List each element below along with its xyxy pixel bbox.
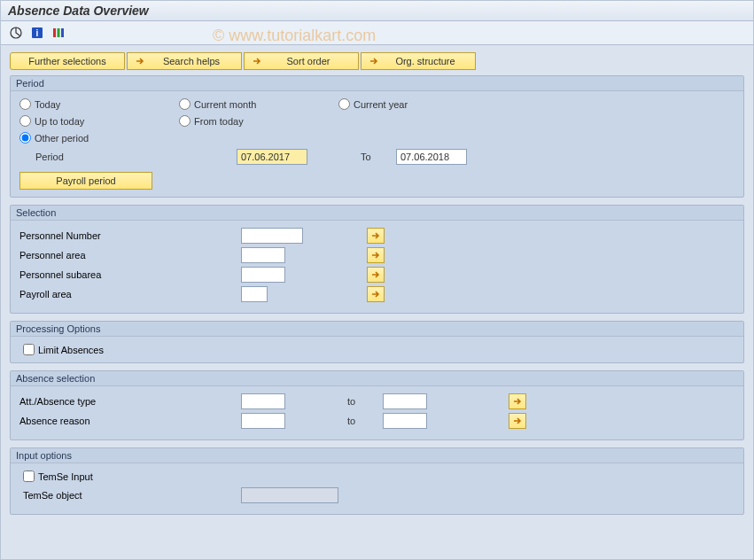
absence-selection-title: Absence selection bbox=[11, 371, 743, 386]
payroll-area-label: Payroll area bbox=[19, 289, 241, 299]
radio-current-month-label: Current month bbox=[194, 99, 256, 110]
temse-input-checkbox[interactable]: TemSe Input bbox=[19, 471, 735, 482]
radio-up-to-today-label: Up to today bbox=[35, 116, 84, 127]
content-area: Further selections Search helps Sort ord… bbox=[1, 45, 753, 559]
absence-reason-to-input[interactable] bbox=[383, 413, 427, 429]
payroll-area-input[interactable] bbox=[241, 286, 268, 302]
selection-group-title: Selection bbox=[11, 206, 743, 221]
svg-rect-5 bbox=[61, 28, 64, 37]
period-to-input[interactable] bbox=[396, 149, 467, 165]
radio-other-period-label: Other period bbox=[35, 133, 89, 144]
radio-current-month[interactable]: Current month bbox=[179, 98, 338, 110]
limit-absences-label: Limit Absences bbox=[38, 345, 104, 355]
absence-reason-label: Absence reason bbox=[19, 416, 241, 426]
personnel-area-label: Personnel area bbox=[19, 250, 241, 261]
period-group: Period Today Current month Current year … bbox=[10, 75, 744, 198]
radio-up-to-today[interactable]: Up to today bbox=[19, 115, 179, 127]
att-absence-type-to-input[interactable] bbox=[383, 393, 427, 409]
org-structure-button[interactable]: Org. structure bbox=[361, 52, 476, 70]
radio-current-year-label: Current year bbox=[354, 99, 408, 110]
temse-input-label: TemSe Input bbox=[38, 471, 93, 482]
input-options-group: Input options TemSe Input TemSe object bbox=[10, 447, 744, 515]
input-options-title: Input options bbox=[11, 448, 743, 463]
period-from-input[interactable] bbox=[237, 149, 307, 165]
radio-from-today-label: From today bbox=[194, 116, 244, 127]
arrow-right-icon bbox=[512, 397, 523, 406]
absence-reason-more-button[interactable] bbox=[509, 413, 526, 429]
svg-rect-3 bbox=[53, 28, 56, 37]
search-helps-label: Search helps bbox=[149, 56, 234, 66]
window-title: Absence Data Overview bbox=[1, 1, 753, 21]
arrow-right-icon bbox=[370, 270, 381, 279]
further-selections-button[interactable]: Further selections bbox=[10, 52, 125, 70]
execute-icon[interactable] bbox=[8, 25, 24, 41]
info-icon[interactable]: i bbox=[29, 25, 45, 41]
temse-object-label: TemSe object bbox=[19, 490, 241, 501]
toolbar: i bbox=[1, 21, 753, 45]
processing-options-group: Processing Options Limit Absences bbox=[10, 321, 744, 363]
personnel-area-more-button[interactable] bbox=[367, 247, 385, 263]
payroll-period-button[interactable]: Payroll period bbox=[19, 172, 152, 190]
personnel-number-label: Personnel Number bbox=[19, 230, 241, 241]
svg-rect-4 bbox=[58, 28, 60, 37]
radio-from-today[interactable]: From today bbox=[179, 115, 244, 127]
personnel-subarea-input[interactable] bbox=[241, 267, 285, 283]
att-absence-to-label: to bbox=[347, 396, 383, 407]
radio-today-label: Today bbox=[35, 99, 60, 110]
personnel-area-input[interactable] bbox=[241, 247, 285, 263]
absence-reason-from-input[interactable] bbox=[241, 413, 285, 429]
radio-other-period[interactable]: Other period bbox=[19, 132, 735, 144]
temse-object-input[interactable] bbox=[241, 487, 338, 503]
search-helps-button[interactable]: Search helps bbox=[127, 52, 242, 70]
selection-group: Selection Personnel Number Personnel are… bbox=[10, 205, 744, 314]
payroll-area-more-button[interactable] bbox=[367, 286, 385, 302]
personnel-subarea-label: Personnel subarea bbox=[19, 269, 241, 280]
att-absence-type-label: Att./Absence type bbox=[19, 396, 241, 407]
limit-absences-checkbox[interactable]: Limit Absences bbox=[19, 344, 735, 355]
personnel-number-more-button[interactable] bbox=[367, 228, 385, 244]
top-button-row: Further selections Search helps Sort ord… bbox=[10, 52, 744, 70]
absence-selection-group: Absence selection Att./Absence type to A… bbox=[10, 370, 744, 440]
att-absence-type-more-button[interactable] bbox=[509, 393, 526, 409]
arrow-right-icon bbox=[252, 56, 262, 66]
radio-current-year[interactable]: Current year bbox=[338, 98, 408, 110]
org-structure-label: Org. structure bbox=[383, 56, 468, 66]
arrow-right-icon bbox=[370, 251, 381, 260]
arrow-right-icon bbox=[370, 290, 381, 299]
sort-order-label: Sort order bbox=[266, 56, 351, 66]
arrow-right-icon bbox=[370, 231, 381, 240]
arrow-right-icon bbox=[369, 56, 379, 66]
period-label: Period bbox=[19, 152, 237, 162]
arrow-right-icon bbox=[512, 416, 523, 425]
personnel-number-input[interactable] bbox=[241, 228, 303, 244]
svg-text:i: i bbox=[36, 28, 39, 38]
arrow-right-icon bbox=[135, 56, 145, 66]
absence-reason-to-label: to bbox=[347, 416, 383, 426]
sort-order-button[interactable]: Sort order bbox=[244, 52, 359, 70]
radio-today[interactable]: Today bbox=[19, 98, 179, 110]
color-bars-icon[interactable] bbox=[51, 25, 66, 41]
personnel-subarea-more-button[interactable] bbox=[367, 267, 385, 283]
period-group-title: Period bbox=[11, 76, 743, 91]
att-absence-type-from-input[interactable] bbox=[241, 393, 285, 409]
period-to-label: To bbox=[361, 152, 396, 162]
processing-options-title: Processing Options bbox=[11, 322, 743, 337]
